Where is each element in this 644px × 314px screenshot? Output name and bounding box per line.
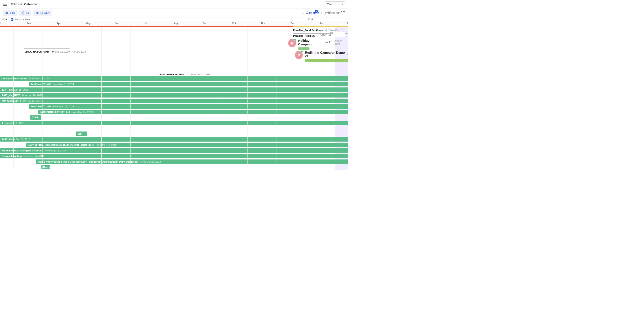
bar-emea-range[interactable] (24, 48, 70, 49)
grid-line (335, 27, 335, 170)
timeline-bar[interactable]: Lovely flowers 18DecFrom Dec 18, 2018 (0, 76, 348, 81)
bar-sub1-range[interactable] (158, 72, 348, 72)
month-label: Feb (347, 22, 348, 24)
card-redlining[interactable]: R Redlining Campaign Demo v1 (295, 51, 348, 63)
timeline-bar[interactable]: Beeee (42, 165, 50, 169)
more-button[interactable] (341, 11, 345, 15)
timeline-bar[interactable]: Three Identical Strangers TargetingFrom … (0, 148, 348, 153)
label-sub1: Sub1_Marketing'Test (159, 73, 184, 76)
year-label-2019: 2019 (0, 18, 7, 21)
envelope-icon-wrap (347, 53, 348, 56)
month-label: Dec (290, 22, 295, 24)
card-holiday[interactable]: H Holiday Campaign 21 Dec 25, 2019 (288, 39, 348, 50)
target-icon (35, 11, 39, 15)
share-icon (21, 11, 24, 15)
presence-dot (300, 50, 303, 53)
stat-campaigns[interactable]: 114 (3, 10, 17, 16)
zoom-in-button[interactable]: + (334, 32, 339, 37)
envelope-icon (325, 41, 328, 44)
timeline-canvas[interactable]: EMEA_NABCD_SU18 0 Mar 12, 2019 - Apr 27,… (0, 27, 348, 170)
grid-line (248, 27, 248, 170)
timeline-bar[interactable]: test campaignFrom Nov 30, 2018 (0, 99, 348, 103)
chevron-down-icon (342, 3, 343, 5)
bar-name: Traffic with Weeeebsiteeee Deeeestinatio… (38, 160, 138, 163)
svg-point-0 (23, 12, 24, 12)
bar-name: 127 (2, 88, 6, 91)
bar-name: UnsaneTargeting (2, 155, 22, 157)
bar-name: 1 (2, 122, 3, 124)
bar-date: From Feb 24, 2019 (24, 155, 44, 157)
today-label[interactable]: Today (320, 33, 327, 36)
month-label: Jul (144, 22, 148, 24)
bar-date: From Dec 18, 2018 (29, 77, 50, 80)
timeline-bar[interactable]: 127From Jan 15, 2019 (0, 87, 348, 92)
bar-date: From Mar 15, 2019 (53, 83, 74, 85)
svg-point-4 (37, 12, 38, 13)
chip-holiday (298, 47, 310, 50)
avatar-redlining: R (295, 51, 303, 59)
bar-date: From Jan 16, 2019 (22, 94, 42, 97)
month-label: Apr (56, 22, 60, 24)
svg-point-2 (23, 14, 24, 14)
zoom-out-button[interactable]: − (339, 32, 345, 37)
month-label: Sep (203, 22, 207, 24)
svg-point-6 (306, 12, 308, 14)
bar-name: test campaign (2, 99, 18, 102)
card-title-redlining: Redlining Campaign Demo v1 (305, 51, 345, 58)
timeline-bar[interactable]: Traffic with Weeeebsiteeee Deeeestinatio… (36, 159, 348, 164)
bar-name: COM_ (32, 116, 39, 119)
presence-dot (294, 38, 296, 41)
grid-line (218, 27, 218, 170)
grid-line (101, 27, 102, 170)
stat-sends[interactable]: 13 (19, 10, 31, 16)
label-sub1-date: From Jul 31, 2019 (191, 73, 210, 76)
label-emea-date: Mar 12, 2019 - Apr 27, 2019 (55, 50, 86, 53)
bar-name: Three Identical Strangers Targeting (2, 149, 43, 152)
refresh-button[interactable] (327, 11, 331, 15)
bar-name: Lovely flowers 18Dec (2, 77, 27, 80)
indent-button[interactable] (334, 11, 338, 15)
timeline-bar[interactable]: COM_ (30, 115, 42, 120)
grid-line (72, 27, 72, 170)
filter-button[interactable]: 1 (312, 11, 317, 15)
bar-paradise1-range[interactable] (293, 28, 348, 28)
timeline-bar[interactable]: UnsaneTargetingFrom Feb 24, 2019 (0, 154, 348, 158)
timeline-bar[interactable]: 1From Jan 1, 1970 (0, 121, 348, 125)
menu-button[interactable] (3, 3, 7, 6)
timeline-bar[interactable]: 2435From Dec 13, 2018 (0, 137, 348, 142)
month-label: b (0, 22, 1, 24)
bar-date: From Aug 29, 2018 (45, 149, 66, 152)
timeline-bar[interactable]: TestCase TC_406From Mar 15, 2019 (29, 104, 348, 109)
svg-point-1 (22, 12, 22, 13)
label-paradise1-count: 0 (325, 29, 327, 31)
month-label: Nov (261, 22, 266, 24)
month-ruler: bMarAprMayJunJulAugSepOctNovDecJanFeb (0, 21, 348, 26)
bar-name: 2435 (2, 138, 7, 141)
search-button[interactable] (306, 11, 310, 15)
add-button[interactable] (320, 11, 324, 15)
view-range-select[interactable]: Year (325, 1, 345, 7)
timeline-bar[interactable]: PAID_VK_TESTFrom Jan 16, 2019 (0, 93, 348, 97)
timeline-bar[interactable]: TestCase TC_406From Mar 15, 2019 (29, 82, 348, 86)
bar-date: From Nov 30, 2018 (20, 99, 41, 102)
today-hud: Today 18 + − (320, 32, 345, 37)
month-label: Mar (27, 22, 32, 24)
page-title: Editorial Calendar (11, 2, 38, 6)
show-variants-checkbox[interactable] (11, 18, 14, 21)
indent-icon (334, 11, 338, 15)
bar-name: TestCase TC_406 (31, 83, 51, 85)
stat-reach[interactable]: 118.6K (33, 10, 52, 16)
tab-timeline[interactable]: Timeline (300, 10, 322, 16)
bar-date: From Mar 25, 2019 (72, 111, 93, 113)
bar-date: From Jan 15, 2019 (8, 88, 28, 91)
svg-point-3 (36, 12, 38, 14)
timeline-bar[interactable]: FACEBOOK_LATEST_APIFrom Mar 25, 2019 (38, 110, 348, 114)
show-variants-toggle[interactable]: Show Variants (11, 18, 30, 21)
timeline-bar[interactable]: Copy-of PBA - Lifeeeetimeeee Budgeeeet 0… (26, 143, 348, 147)
timeline-bar[interactable]: test (76, 131, 87, 136)
bar-date: From Mar 15, 2019 (53, 105, 74, 108)
filter-badge: 1 (315, 10, 318, 13)
tab-calendar[interactable]: Calendar (322, 10, 344, 16)
bar-date: From Jan 1, 1970 (5, 122, 24, 124)
label-paradise2: Paradise_Food SC (293, 34, 315, 37)
